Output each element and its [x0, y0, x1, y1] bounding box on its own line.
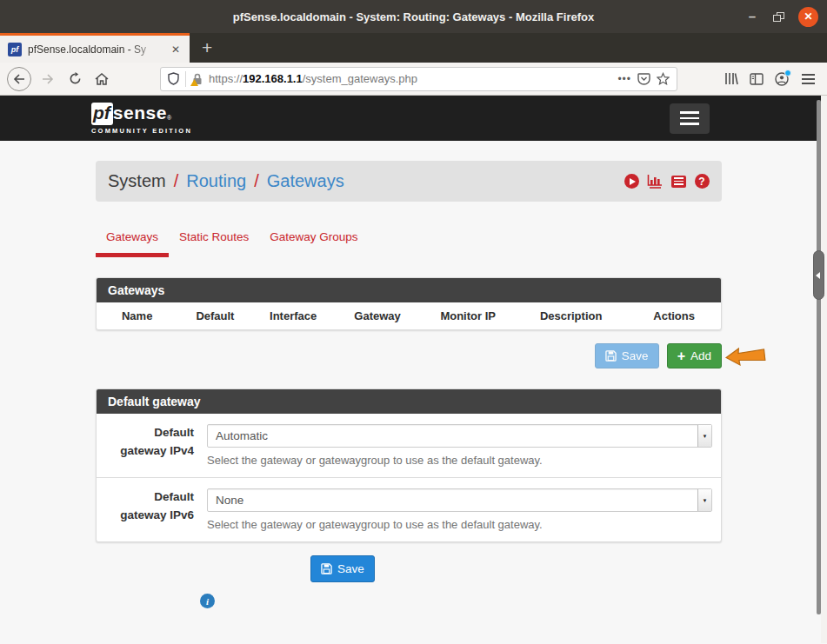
sidebar-icon[interactable] [750, 73, 764, 85]
breadcrumb: System / Routing / Gateways [108, 171, 344, 191]
col-default: Default [177, 302, 252, 329]
home-button[interactable] [91, 67, 112, 91]
tab-static-routes[interactable]: Static Routes [169, 230, 259, 257]
forward-button[interactable] [37, 67, 58, 91]
tab-close-icon[interactable]: ✕ [169, 42, 183, 57]
default-gateway-ipv6-help: Select the gateway or gatewaygroup to us… [207, 518, 712, 531]
breadcrumb-system: System [108, 171, 166, 191]
breadcrumb-action-icons: ? [624, 174, 710, 189]
back-button[interactable] [7, 67, 31, 91]
default-gateway-ipv4-label: Default gateway IPv4 [97, 424, 207, 467]
breadcrumb-routing-link[interactable]: Routing [186, 171, 246, 191]
default-gateway-ipv6-row: Default gateway IPv6 None ▼ Select the g… [97, 478, 721, 541]
add-gateway-button[interactable]: + Add [667, 343, 722, 368]
plus-icon: + [677, 350, 685, 362]
tab-gateways[interactable]: Gateways [96, 230, 169, 257]
pfsense-logo-sense: sense [113, 103, 167, 123]
window-right-gutter [821, 96, 827, 643]
breadcrumb-separator: / [254, 171, 259, 191]
pfsense-favicon-icon: pf [8, 43, 22, 56]
pfsense-edition-label: COMMUNITY EDITION [91, 127, 192, 135]
log-list-icon[interactable] [670, 174, 686, 189]
bookmark-star-icon[interactable] [657, 72, 670, 85]
library-icon[interactable] [724, 72, 738, 85]
window-title: pfSense.localdomain - System: Routing: G… [233, 10, 594, 23]
account-notification-dot [784, 70, 791, 76]
url-bar[interactable]: https://192.168.1.1/system_gateways.php … [160, 67, 677, 91]
status-play-icon[interactable] [624, 174, 639, 189]
help-icon[interactable]: ? [694, 174, 710, 189]
chevron-down-icon: ▼ [697, 425, 711, 447]
page-viewport: pf sense ® COMMUNITY EDITION System / Ro… [0, 96, 827, 643]
gateways-panel-title: Gateways [97, 278, 721, 302]
col-gateway: Gateway [334, 302, 422, 329]
info-icon[interactable]: i [200, 594, 215, 608]
breadcrumb-bar: System / Routing / Gateways ? [96, 161, 722, 202]
account-icon[interactable] [775, 72, 789, 86]
gateways-table-header-row: Name Default Interface Gateway Monitor I… [97, 302, 721, 329]
page-actions-icon[interactable]: ••• [617, 73, 631, 85]
scrollbar-track[interactable] [817, 100, 821, 614]
browser-tab-bar: pf pfSense.localdomain - Sy ✕ + [0, 33, 827, 63]
breadcrumb-gateways-link[interactable]: Gateways [267, 171, 344, 191]
gateways-panel: Gateways Name Default Interface Gateway … [96, 277, 722, 330]
pfsense-menu-toggle-icon[interactable] [670, 103, 710, 134]
default-gateway-ipv4-row: Default gateway IPv4 Automatic ▼ Select … [97, 414, 721, 478]
window-titlebar: pfSense.localdomain - System: Routing: G… [0, 0, 827, 33]
firefox-menu-icon[interactable] [800, 72, 817, 86]
close-icon[interactable]: ✕ [798, 7, 818, 27]
pfsense-logo-pf: pf [91, 103, 113, 125]
default-gateway-panel-title: Default gateway [97, 389, 721, 414]
tab-title: pfSense.localdomain - Sy [28, 43, 163, 56]
browser-tab-active[interactable]: pf pfSense.localdomain - Sy ✕ [0, 33, 190, 63]
toolbar-right-icons [721, 72, 820, 86]
scrollbar-arrow-icon [816, 272, 820, 279]
pocket-icon[interactable] [637, 73, 650, 85]
col-actions: Actions [627, 302, 721, 329]
col-description: Description [515, 302, 627, 329]
url-text[interactable]: https://192.168.1.1/system_gateways.php [209, 72, 611, 85]
annotation-arrow-icon [724, 344, 767, 368]
col-interface: Interface [252, 302, 333, 329]
col-monitor-ip: Monitor IP [421, 302, 515, 329]
new-tab-button[interactable]: + [190, 33, 224, 63]
default-gateway-ipv6-select[interactable]: None ▼ [207, 488, 712, 512]
chevron-down-icon: ▼ [697, 489, 711, 511]
save-gateways-button[interactable]: Save [595, 343, 659, 368]
section-tabs: Gateways Static Routes Gateway Groups [96, 230, 722, 257]
insecure-lock-warning-icon[interactable] [192, 73, 203, 85]
browser-toolbar: https://192.168.1.1/system_gateways.php … [0, 63, 827, 96]
urlbar-divider [185, 71, 186, 87]
default-gateway-ipv6-label: Default gateway IPv6 [97, 488, 207, 531]
pfsense-logo[interactable]: pf sense ® COMMUNITY EDITION [91, 103, 192, 135]
reload-button[interactable] [64, 67, 85, 91]
gateways-actions: Save + Add [96, 343, 722, 368]
default-gateway-panel: Default gateway Default gateway IPv4 Aut… [96, 388, 722, 542]
scrollbar-thumb[interactable] [813, 250, 824, 300]
monitoring-chart-icon[interactable] [647, 174, 663, 189]
col-name: Name [97, 302, 177, 329]
gateways-table: Name Default Interface Gateway Monitor I… [97, 302, 721, 329]
pfsense-header: pf sense ® COMMUNITY EDITION [0, 96, 827, 141]
minimize-icon[interactable]: – [745, 12, 759, 21]
restore-icon[interactable] [773, 12, 784, 22]
default-gateway-ipv4-help: Select the gateway or gatewaygroup to us… [207, 454, 712, 467]
breadcrumb-separator: / [174, 171, 179, 191]
tab-gateway-groups[interactable]: Gateway Groups [259, 230, 368, 257]
window-controls: – ✕ [745, 0, 818, 33]
registered-mark: ® [167, 115, 171, 122]
save-default-gateway-button[interactable]: Save [310, 555, 375, 582]
tracking-protection-shield-icon[interactable] [168, 72, 179, 85]
default-gateway-ipv4-select[interactable]: Automatic ▼ [207, 424, 712, 448]
